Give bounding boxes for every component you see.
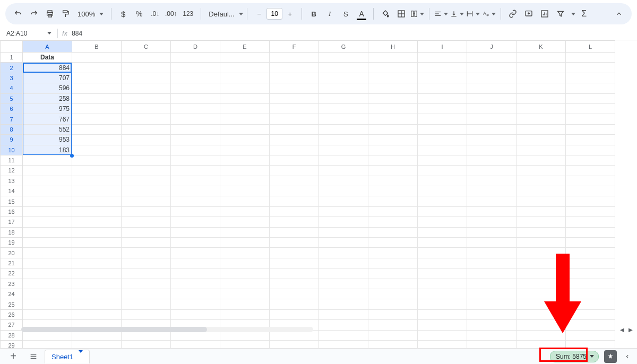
cell[interactable] [220, 238, 270, 248]
cell[interactable] [220, 248, 270, 258]
cell[interactable] [418, 206, 467, 216]
cell[interactable] [368, 135, 418, 145]
cell[interactable] [270, 258, 319, 268]
cell[interactable] [23, 206, 72, 216]
cell[interactable] [23, 227, 72, 237]
paint-format-button[interactable] [58, 6, 73, 21]
cell[interactable] [270, 238, 319, 248]
scrollbar-track[interactable] [21, 327, 313, 332]
cell[interactable] [220, 268, 270, 279]
cell[interactable]: 552 [23, 124, 72, 134]
cell[interactable] [566, 196, 615, 206]
collapse-toolbar-button[interactable] [612, 6, 626, 21]
borders-button[interactable] [394, 6, 409, 21]
cell[interactable] [270, 299, 319, 309]
cell[interactable] [319, 279, 368, 289]
cell[interactable] [23, 289, 72, 299]
cell[interactable] [319, 227, 368, 237]
cell[interactable] [23, 299, 72, 309]
cell[interactable] [220, 309, 270, 319]
cell[interactable] [368, 166, 418, 176]
filter-views-button[interactable] [569, 6, 575, 21]
cell[interactable] [171, 299, 220, 309]
cell[interactable] [368, 73, 418, 83]
cell[interactable] [72, 176, 122, 186]
cell[interactable] [171, 145, 220, 155]
cell[interactable] [319, 217, 368, 227]
font-size-input[interactable] [266, 8, 282, 20]
cell[interactable] [23, 176, 72, 186]
cell[interactable] [23, 248, 72, 258]
cell[interactable] [171, 155, 220, 165]
cell[interactable] [220, 196, 270, 206]
cell[interactable] [467, 83, 517, 93]
row-header[interactable]: 25 [1, 299, 23, 309]
cell[interactable] [270, 155, 319, 165]
cell[interactable] [368, 217, 418, 227]
cell[interactable] [566, 166, 615, 176]
cell[interactable] [517, 299, 566, 309]
cell[interactable] [171, 73, 220, 83]
cell[interactable] [566, 103, 615, 114]
cell[interactable] [220, 299, 270, 309]
cell[interactable] [122, 186, 171, 196]
cell[interactable]: 258 [23, 93, 72, 103]
cell[interactable] [171, 166, 220, 176]
cell[interactable] [171, 103, 220, 114]
name-box-dropdown[interactable] [46, 32, 53, 34]
cell[interactable] [72, 279, 122, 289]
cell[interactable] [517, 83, 566, 93]
cell[interactable] [517, 103, 566, 114]
cell[interactable] [72, 83, 122, 93]
cell[interactable] [418, 176, 467, 186]
cell[interactable] [467, 73, 517, 83]
cell[interactable] [270, 83, 319, 93]
cell[interactable] [517, 93, 566, 103]
cell[interactable] [270, 53, 319, 63]
cell[interactable] [517, 166, 566, 176]
insert-chart-button[interactable] [537, 6, 552, 21]
cell[interactable] [467, 196, 517, 206]
cell[interactable] [517, 217, 566, 227]
cell[interactable] [418, 186, 467, 196]
cell[interactable] [368, 103, 418, 114]
bold-button[interactable]: B [306, 6, 321, 21]
cell[interactable] [319, 166, 368, 176]
cell[interactable] [418, 124, 467, 134]
zoom-dropdown[interactable]: 100% [74, 6, 107, 21]
insert-comment-button[interactable] [521, 6, 536, 21]
cell[interactable]: 884 [23, 63, 72, 73]
cell[interactable] [171, 289, 220, 299]
increase-decimal-button[interactable]: .00↑ [163, 6, 178, 21]
cell[interactable] [517, 186, 566, 196]
cell[interactable] [220, 227, 270, 237]
cell[interactable] [122, 145, 171, 155]
cell[interactable] [517, 279, 566, 289]
row-header[interactable]: 13 [1, 176, 23, 186]
cell[interactable] [566, 135, 615, 145]
cell[interactable] [319, 103, 368, 114]
cell[interactable] [566, 227, 615, 237]
cell[interactable] [566, 289, 615, 299]
cell[interactable] [122, 258, 171, 268]
cell[interactable] [319, 258, 368, 268]
cell[interactable] [368, 196, 418, 206]
cell[interactable] [23, 196, 72, 206]
cell[interactable] [171, 124, 220, 134]
cell[interactable] [566, 248, 615, 258]
cell[interactable] [270, 114, 319, 124]
cell[interactable] [467, 186, 517, 196]
print-button[interactable] [42, 6, 57, 21]
cell[interactable] [418, 114, 467, 124]
cell[interactable] [517, 145, 566, 155]
cell[interactable] [467, 248, 517, 258]
cell[interactable] [418, 63, 467, 73]
cell[interactable] [319, 186, 368, 196]
cell[interactable] [220, 176, 270, 186]
column-header[interactable]: J [467, 41, 517, 53]
vertical-align-button[interactable] [450, 6, 464, 21]
cell[interactable] [467, 289, 517, 299]
cell[interactable] [23, 217, 72, 227]
text-rotation-button[interactable]: A [481, 6, 496, 21]
cell[interactable] [368, 83, 418, 93]
